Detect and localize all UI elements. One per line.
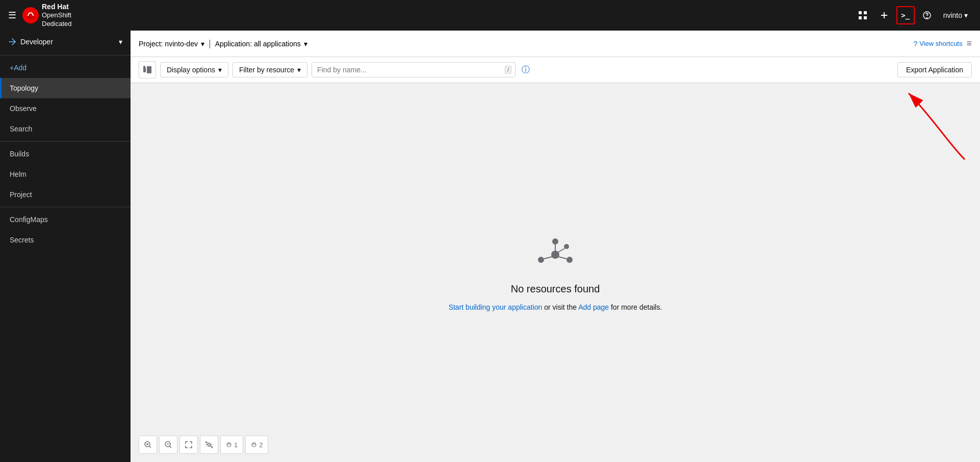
search-input[interactable]: [312, 62, 515, 77]
group1-button[interactable]: 1: [220, 436, 243, 454]
svg-point-14: [538, 257, 544, 263]
empty-state: No resources found Start building your a…: [449, 234, 662, 311]
svg-rect-2: [864, 11, 867, 14]
redhat-logo-icon: [22, 7, 39, 23]
project-label: Project: nvinto-dev: [139, 40, 198, 48]
svg-line-27: [170, 446, 171, 448]
redhat-logo: Red Hat OpenShift Dedicated: [22, 2, 72, 29]
fit-to-screen-button[interactable]: [179, 436, 198, 454]
svg-rect-9: [143, 67, 146, 72]
project-selector[interactable]: Project: nvinto-dev ▾: [139, 40, 204, 48]
sidebar-item-topology[interactable]: Topology: [0, 78, 131, 98]
app-label: Application: all applications: [215, 40, 301, 48]
empty-title: No resources found: [511, 283, 600, 295]
svg-point-32: [252, 443, 256, 447]
svg-point-30: [227, 443, 231, 447]
header-separator: |: [209, 38, 211, 49]
search-box: /: [312, 62, 515, 77]
sidebar-divider2: [0, 141, 131, 142]
add-button[interactable]: [875, 6, 893, 24]
perspective-switcher[interactable]: Developer ▾: [0, 31, 131, 53]
project-chevron: ▾: [201, 40, 204, 48]
zoom-in-button[interactable]: [139, 436, 157, 454]
svg-line-23: [149, 446, 151, 448]
perspective-label: Developer: [20, 38, 53, 46]
arrow-annotation: [868, 83, 980, 185]
sidebar-item-builds[interactable]: Builds: [0, 144, 131, 164]
reset-view-button[interactable]: [200, 436, 218, 454]
group1-label: 1: [234, 441, 238, 449]
sidebar-item-add[interactable]: +Add: [0, 58, 131, 78]
view-shortcuts-link[interactable]: ? View shortcuts: [913, 40, 962, 48]
svg-line-20: [558, 257, 566, 259]
svg-rect-10: [147, 66, 151, 73]
content-area: Project: nvinto-dev ▾ | Application: all…: [131, 31, 980, 462]
add-page-link[interactable]: Add page: [578, 303, 609, 311]
sidebar-divider3: [0, 207, 131, 207]
user-menu[interactable]: nvinto ▾: [939, 8, 972, 22]
display-options-chevron: ▾: [218, 66, 222, 74]
search-slash-icon: /: [505, 66, 511, 74]
app-chevron: ▾: [304, 40, 307, 48]
list-view-button[interactable]: ≡: [966, 38, 972, 49]
filter-label: Filter by resource: [239, 66, 294, 74]
toolbar: Display options ▾ Filter by resource ▾ /…: [131, 57, 980, 83]
svg-point-17: [564, 244, 569, 249]
svg-point-8: [926, 18, 927, 18]
app-selector[interactable]: Application: all applications ▾: [215, 40, 307, 48]
terminal-button[interactable]: >_: [896, 6, 915, 24]
apps-grid-button[interactable]: [854, 6, 872, 24]
perspective-chevron: ▾: [119, 38, 122, 46]
sidebar-item-project[interactable]: Project: [0, 184, 131, 205]
svg-point-0: [27, 15, 35, 19]
sidebar-item-helm[interactable]: Helm: [0, 164, 131, 184]
svg-rect-4: [864, 16, 867, 19]
sidebar-item-secrets[interactable]: Secrets: [0, 230, 131, 250]
content-header: Project: nvinto-dev ▾ | Application: all…: [131, 31, 980, 57]
navbar: ☰ Red Hat OpenShift Dedicated: [0, 0, 980, 31]
info-icon[interactable]: ⓘ: [522, 65, 530, 75]
sidebar-divider: [0, 55, 131, 56]
sidebar: Developer ▾ +Add Topology Observe Search…: [0, 31, 131, 462]
svg-rect-29: [208, 443, 210, 446]
filter-by-resource-button[interactable]: Filter by resource ▾: [233, 62, 307, 77]
group2-label: 2: [259, 441, 263, 449]
bottom-toolbar: 1 2: [139, 436, 268, 454]
svg-line-21: [557, 249, 564, 253]
svg-line-19: [544, 257, 552, 259]
hamburger-icon[interactable]: ☰: [8, 10, 16, 21]
start-building-link[interactable]: Start building your application: [449, 303, 543, 311]
sidebar-item-configmaps[interactable]: ConfigMaps: [0, 209, 131, 230]
svg-rect-1: [859, 11, 862, 14]
zoom-out-button[interactable]: [159, 436, 177, 454]
display-options-label: Display options: [167, 66, 215, 74]
sidebar-item-search[interactable]: Search: [0, 119, 131, 139]
export-application-button[interactable]: Export Application: [897, 62, 972, 77]
svg-point-15: [566, 257, 573, 263]
filter-chevron: ▾: [297, 66, 301, 74]
display-options-button[interactable]: Display options ▾: [160, 62, 228, 77]
sidebar-item-observe[interactable]: Observe: [0, 98, 131, 119]
svg-point-11: [143, 66, 145, 68]
help-button[interactable]: [918, 6, 936, 24]
group2-button[interactable]: 2: [245, 436, 268, 454]
brand-text: Red Hat OpenShift Dedicated: [42, 2, 72, 29]
topology-view-icon-btn[interactable]: [139, 61, 156, 78]
svg-rect-3: [859, 16, 862, 19]
svg-point-16: [552, 238, 558, 244]
topology-empty-icon: [535, 234, 576, 275]
topology-canvas: No resources found Start building your a…: [131, 83, 980, 462]
empty-subtitle: Start building your application or visit…: [449, 303, 662, 311]
